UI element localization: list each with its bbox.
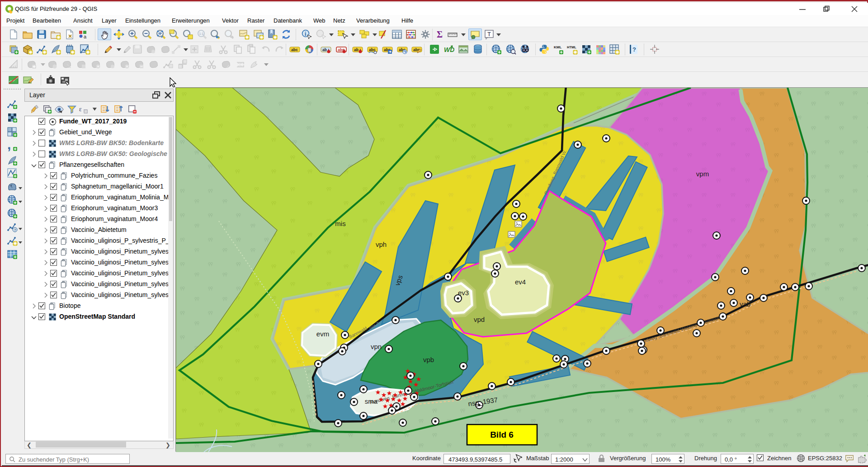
svg-text:?: ? <box>14 228 16 232</box>
svg-text:ab: ab <box>322 47 327 52</box>
svg-text:Σ: Σ <box>437 29 443 39</box>
svg-text:HTML: HTML <box>567 45 576 49</box>
svg-text:ev3: ev3 <box>458 289 469 297</box>
svg-text:T: T <box>487 31 491 38</box>
svg-text:WD: WD <box>444 46 454 53</box>
svg-text:1:1: 1:1 <box>199 32 204 35</box>
svg-text:vph: vph <box>376 241 387 248</box>
svg-text:a: a <box>84 34 87 39</box>
svg-text:ab: ab <box>354 47 359 52</box>
svg-text:vab: vab <box>740 300 750 308</box>
svg-text:?: ? <box>632 46 636 53</box>
svg-text:vpm: vpm <box>696 170 709 178</box>
svg-text:abc: abc <box>291 47 298 52</box>
svg-text:ε: ε <box>79 106 82 113</box>
svg-text:Bild 6: Bild 6 <box>490 430 514 439</box>
svg-text:vpn: vpn <box>371 343 382 350</box>
svg-text:,: , <box>7 141 11 151</box>
svg-text:mis: mis <box>335 220 345 227</box>
svg-text:ev4: ev4 <box>515 278 526 286</box>
svg-text:KML: KML <box>554 45 561 49</box>
svg-text:vpb: vpb <box>423 356 434 363</box>
svg-text:evm: evm <box>316 330 329 338</box>
svg-text:vpd: vpd <box>474 316 485 323</box>
svg-text:sma: sma <box>365 397 378 405</box>
